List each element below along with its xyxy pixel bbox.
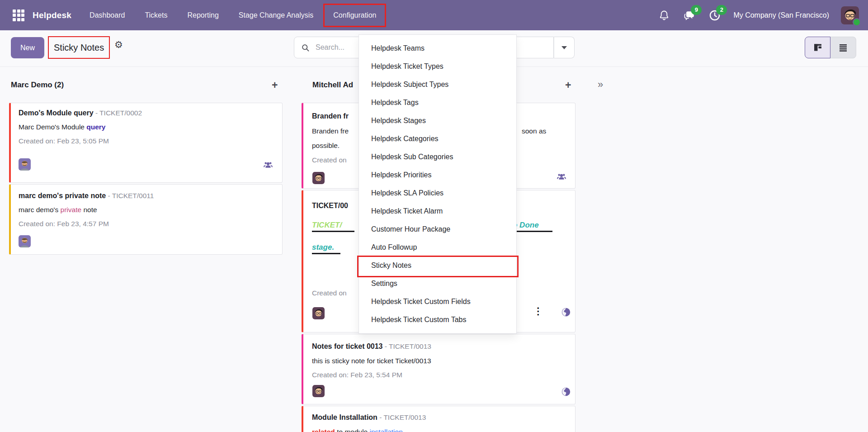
card-created-on-fragment: Created on: [312, 156, 347, 164]
card-created-on: Created on: Feb 23, 5:05 PM: [19, 137, 109, 145]
gear-icon[interactable]: ⚙: [114, 39, 123, 50]
menu-item-helpdesk-teams[interactable]: Helpdesk Teams: [359, 39, 516, 57]
menu-item-helpdesk-priorities[interactable]: Helpdesk Priorities: [359, 166, 516, 184]
activities-badge: 2: [716, 5, 727, 15]
card-created-on: Created on: Feb 23, 4:57 PM: [19, 220, 109, 228]
card-body-fragment: Branden fre: [312, 127, 349, 135]
card-body-text: to module: [335, 428, 370, 432]
new-button[interactable]: New: [11, 37, 44, 58]
card-body-text: this is sticky note for ticket Ticket/00…: [312, 357, 431, 365]
column-header-mitchell: Mitchell Ad: [312, 81, 353, 90]
search-icon: [301, 43, 310, 52]
card-title: Demo's Module query: [19, 109, 94, 117]
card-title-separator: -: [383, 342, 389, 350]
card-title: marc demo's private note: [19, 192, 106, 199]
menu-item-helpdesk-ticket-custom-tabs[interactable]: Helpdesk Ticket Custom Tabs: [359, 311, 516, 329]
kanban-view-button[interactable]: [805, 37, 830, 58]
page-title: Sticky Notes: [54, 43, 104, 53]
avatar-mitchell: [312, 172, 325, 184]
nav-item-configuration[interactable]: Configuration: [323, 4, 386, 27]
kanban-icon: [812, 42, 823, 53]
menu-item-helpdesk-subject-types[interactable]: Helpdesk Subject Types: [359, 76, 516, 94]
card-body-suffix: note: [81, 206, 97, 214]
card-title-separator: -: [94, 109, 100, 117]
sticky-note-card-private-note[interactable]: marc demo's private note - TICKET/0011 m…: [9, 184, 283, 255]
user-avatar[interactable]: [841, 6, 859, 24]
nav-item-stage-change-analysis[interactable]: Stage Change Analysis: [239, 11, 313, 19]
configuration-dropdown-menu: Helpdesk Teams Helpdesk Ticket Types Hel…: [359, 34, 517, 334]
menu-item-helpdesk-tags[interactable]: Helpdesk Tags: [359, 94, 516, 112]
sticky-note-card-module-installation[interactable]: Module Installation - TICKET/0013 relate…: [302, 406, 576, 432]
card-ticket-ref: TICKET/0002: [99, 109, 142, 117]
card-link-fragment-teal: o Done: [513, 220, 552, 232]
top-navbar: Helpdesk Dashboard Tickets Reporting Sta…: [0, 0, 868, 30]
view-switcher: [805, 37, 856, 58]
card-body-highlight: related: [312, 428, 335, 432]
sticky-note-card-notes-0013[interactable]: Notes for ticket 0013 - TICKET/0013 this…: [302, 334, 576, 404]
card-title-separator: -: [106, 192, 112, 199]
activities-clock-icon[interactable]: 2: [708, 9, 722, 22]
avatar-marc-demo: [19, 235, 31, 247]
avatar-mitchell: [312, 307, 325, 319]
apps-grid-glyph: [13, 9, 24, 21]
notifications-bell-icon[interactable]: [657, 9, 671, 22]
list-view-button[interactable]: [830, 37, 856, 58]
menu-item-helpdesk-categories[interactable]: Helpdesk Categories: [359, 130, 516, 148]
menu-item-customer-hour-package[interactable]: Customer Hour Package: [359, 220, 516, 238]
messages-badge: 9: [691, 5, 702, 15]
menu-item-helpdesk-ticket-custom-fields[interactable]: Helpdesk Ticket Custom Fields: [359, 293, 516, 311]
add-card-marc-column-icon[interactable]: +: [272, 80, 278, 90]
list-icon: [838, 42, 849, 53]
card-title-fragment: TICKET/00: [312, 202, 348, 209]
avatar-mitchell: [312, 385, 325, 397]
menu-item-helpdesk-ticket-alarm[interactable]: Helpdesk Ticket Alarm: [359, 202, 516, 220]
card-ticket-ref: TICKET/0013: [389, 342, 431, 350]
menu-item-settings[interactable]: Settings: [359, 275, 516, 293]
menu-item-helpdesk-ticket-types[interactable]: Helpdesk Ticket Types: [359, 57, 516, 76]
online-status-dot: [853, 18, 861, 26]
company-switcher[interactable]: My Company (San Francisco): [733, 11, 829, 19]
card-body-highlight: query: [86, 123, 105, 131]
menu-item-sticky-notes[interactable]: Sticky Notes: [359, 256, 516, 275]
messages-icon[interactable]: 9: [683, 9, 696, 22]
card-body-fragment: possible.: [312, 142, 340, 150]
nav-menu: Dashboard Tickets Reporting Stage Change…: [90, 11, 376, 19]
helpdesk-app: Helpdesk Dashboard Tickets Reporting Sta…: [0, 0, 868, 432]
apps-grid-icon[interactable]: [12, 9, 25, 22]
nav-item-tickets[interactable]: Tickets: [145, 11, 167, 19]
public-globe-icon: [561, 307, 571, 317]
nav-item-reporting[interactable]: Reporting: [187, 11, 218, 19]
card-body-fragment: soon as: [522, 127, 546, 135]
card-body-link: installation: [370, 428, 403, 432]
card-title: Module Installation: [312, 413, 377, 421]
chevron-down-icon: [561, 46, 567, 49]
app-name[interactable]: Helpdesk: [33, 10, 71, 20]
public-globe-icon: [561, 387, 571, 397]
card-body-highlight: private: [61, 206, 82, 214]
show-more-columns-icon[interactable]: »: [598, 80, 603, 90]
card-title-fragment: Branden fr: [312, 112, 349, 120]
menu-item-helpdesk-sub-categories[interactable]: Helpdesk Sub Categories: [359, 148, 516, 166]
card-ticket-ref: TICKET/0013: [383, 413, 426, 421]
avatar-marc-demo: [19, 158, 31, 171]
card-title-separator: -: [377, 413, 384, 421]
menu-item-auto-followup[interactable]: Auto Followup: [359, 238, 516, 256]
menu-item-helpdesk-sla-policies[interactable]: Helpdesk SLA Policies: [359, 184, 516, 202]
card-body-text: Marc Demo's Module: [19, 123, 86, 131]
navbar-right: 9 2 My Company (San Francisco): [657, 6, 859, 24]
card-title: Notes for ticket 0013: [312, 342, 383, 350]
card-kebab-menu-icon[interactable]: ⋮: [533, 306, 543, 316]
search-options-toggle[interactable]: [554, 37, 575, 58]
nav-item-dashboard[interactable]: Dashboard: [90, 11, 125, 19]
add-card-mitchell-column-icon[interactable]: +: [565, 80, 571, 90]
card-ticket-ref: TICKET/0011: [112, 192, 154, 199]
sticky-note-card-demo-module-query[interactable]: Demo's Module query - TICKET/0002 Marc D…: [9, 103, 283, 183]
annotation-box-title: Sticky Notes: [48, 36, 110, 59]
menu-item-helpdesk-stages[interactable]: Helpdesk Stages: [359, 112, 516, 130]
column-header-marc-demo: Marc Demo (2): [11, 81, 64, 90]
card-link-fragment-teal: stage.: [312, 242, 340, 254]
followers-group-icon: [263, 160, 273, 170]
card-link-fragment-green: TICKET/: [312, 220, 354, 232]
card-created-on-fragment: Created on: [312, 289, 347, 297]
followers-group-icon: [557, 172, 566, 182]
